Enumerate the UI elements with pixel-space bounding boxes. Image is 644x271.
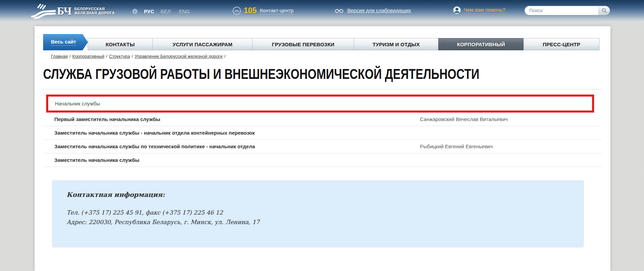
table-row[interactable]: Заместитель начальника службы [43,153,602,167]
globe-icon [132,9,137,14]
contact-center-number: 105 [244,6,257,15]
help-link[interactable]: Чем вам помочь? [464,7,505,14]
breadcrumb: Главная/Корпоративный/Структура/Управлен… [51,54,227,59]
search-icon [602,8,607,13]
lang-rus[interactable]: РУС [144,9,154,14]
breadcrumb-corporate[interactable]: Корпоративный [72,54,104,59]
position-label[interactable]: Заместитель начальника службы [54,153,140,167]
tab-corporate[interactable]: КОРПОРАТИВНЫЙ [438,38,524,50]
contact-address-line: Адрес: 220030, Республика Беларусь, г. М… [67,217,584,227]
tab-passenger-services[interactable]: УСЛУГИ ПАССАЖИРАМ [152,38,253,50]
phone-icon [232,6,241,15]
divider [43,89,602,89]
railway-tracks-icon [31,3,56,19]
breadcrumb-structure[interactable]: Структура [109,54,130,59]
breadcrumb-home[interactable]: Главная [51,54,68,59]
glasses-icon [335,7,344,13]
position-label[interactable]: Начальник службы [55,101,100,106]
accessibility-group: Версия для слабовидящих [335,7,411,13]
position-label[interactable]: Заместитель начальника службы по техниче… [54,140,255,153]
contact-phone-line: Тел. (+375 17) 225 45 91, факс (+375 17)… [67,208,584,217]
contact-info-lines: Тел. (+375 17) 225 45 91, факс (+375 17)… [67,208,584,227]
tab-freight[interactable]: ГРУЗОВЫЕ ПЕРЕВОЗКИ [252,38,354,50]
person-name: Санжаровский Вячеслав Витальевич [420,113,508,126]
position-label[interactable]: Первый заместитель начальника службы [54,113,160,126]
table-row[interactable]: Заместитель начальника службы - начальни… [43,126,602,140]
table-row[interactable]: Заместитель начальника службы по техниче… [43,140,602,153]
site-logo[interactable]: БЧ БЕЛОРУССКАЯ ЖЕЛЕЗНАЯ ДОРОГА [31,3,115,19]
lang-bel[interactable]: БЕЛ [161,9,171,14]
main-navigation: Весь сайт КОНТАКТЫ УСЛУГИ ПАССАЖИРАМ ГРУ… [43,34,602,50]
search-group [525,6,610,15]
contact-info-heading: Контактная информация: [67,191,584,198]
content-page: Весь сайт КОНТАКТЫ УСЛУГИ ПАССАЖИРАМ ГРУ… [35,26,610,271]
position-label[interactable]: Заместитель начальника службы - начальни… [54,126,255,140]
lang-eng[interactable]: ENG [179,9,190,14]
search-input[interactable] [525,6,599,15]
help-group: Чем вам помочь? [453,6,505,14]
tab-whole-site[interactable]: Весь сайт [43,34,88,50]
search-button[interactable] [599,6,610,15]
site-header: БЧ БЕЛОРУССКАЯ ЖЕЛЕЗНАЯ ДОРОГА РУС БЕЛ E… [0,0,644,22]
tab-tourism[interactable]: ТУРИЗМ И ОТДЫХ [354,38,439,50]
tab-contacts[interactable]: КОНТАКТЫ [88,38,153,50]
contact-center-link[interactable]: Контакт-центр [260,7,293,14]
breadcrumb-administration[interactable]: Управление Белорусской железной дороги [134,54,222,59]
contact-info-box: Контактная информация: Тел. (+375 17) 22… [52,180,584,248]
staff-table: Первый заместитель начальника службы Сан… [43,113,602,167]
contact-center-group: 105 Контакт-центр [232,6,294,15]
table-row[interactable]: Первый заместитель начальника службы Сан… [43,113,602,126]
logo-text: БЕЛОРУССКАЯ ЖЕЛЕЗНАЯ ДОРОГА [74,7,115,15]
accessibility-link[interactable]: Версия для слабовидящих [347,7,411,13]
assistant-avatar-icon [453,6,461,14]
staff-row-highlighted[interactable]: Начальник службы [46,95,594,113]
tab-press-center[interactable]: ПРЕСС-ЦЕНТР [523,38,600,50]
person-name: Рыбицкий Евгений Евгеньевич [420,140,493,153]
page-title: СЛУЖБА ГРУЗОВОЙ РАБОТЫ И ВНЕШНЕЭКОНОМИЧЕ… [43,66,479,82]
logo-abbr: БЧ [57,5,72,17]
